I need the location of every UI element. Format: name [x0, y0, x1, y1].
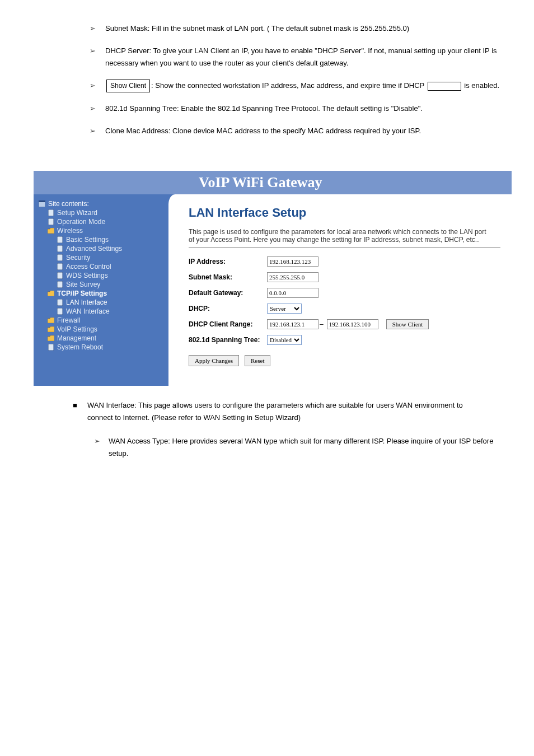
- sidebar-item-label: Basic Settings: [66, 236, 109, 244]
- svg-rect-12: [48, 344, 54, 351]
- folder-icon: [47, 325, 55, 333]
- wan-bullet: ■ WAN Interface: This page allows users …: [73, 399, 512, 424]
- gw-label: Default Gateway:: [189, 289, 267, 297]
- folder-open-icon: [47, 290, 55, 297]
- wan-type-bullet: ➢ WAN Access Type: Here provides several…: [94, 435, 512, 460]
- sidebar-item-label: System Reboot: [57, 343, 103, 351]
- bullet-text: DHCP Server: To give your LAN Client an …: [105, 45, 512, 69]
- page-icon: [56, 245, 64, 253]
- sidebar-item-voip-settings[interactable]: VoIP Settings: [37, 325, 162, 333]
- sidebar-item-label: Access Control: [66, 263, 111, 270]
- bullet-item: ➢ Show Client: Show the connected workst…: [90, 80, 512, 92]
- config-form: IP Address: Subnet Mask: Default Gateway…: [189, 256, 500, 345]
- dhcp-select[interactable]: Server: [267, 304, 302, 314]
- sidebar-item-wireless[interactable]: Wireless: [37, 227, 162, 235]
- page-icon: [56, 254, 64, 262]
- stp-label: 802.1d Spanning Tree:: [189, 336, 267, 344]
- sidebar-item-label: Management: [57, 334, 96, 342]
- content-panel: LAN Interface Setup This page is used to…: [165, 194, 512, 386]
- bullet-item: ➢ 802.1d Spanning Tree: Enable the 802.1…: [90, 102, 512, 115]
- sidebar-item-label: Operation Mode: [57, 218, 105, 226]
- chevron-right-icon: ➢: [90, 45, 105, 69]
- sidebar-item-label: Firewall: [57, 316, 80, 324]
- range-from-input[interactable]: [267, 319, 318, 329]
- sidebar-item-management[interactable]: Management: [37, 334, 162, 342]
- wan-type-text: WAN Access Type: Here provides several W…: [109, 435, 500, 460]
- gw-input[interactable]: [267, 288, 318, 298]
- show-client-button[interactable]: Show Client: [386, 319, 429, 329]
- svg-rect-7: [57, 263, 63, 270]
- ip-input[interactable]: [267, 256, 318, 267]
- sidebar-item-firewall[interactable]: Firewall: [37, 316, 162, 324]
- page-icon: [56, 307, 64, 315]
- sidebar-item-operation-mode[interactable]: Operation Mode: [37, 218, 162, 226]
- sidebar: Site contents: Setup Wizard Operation Mo…: [34, 194, 165, 386]
- sidebar-item-access-control[interactable]: Access Control: [37, 263, 162, 270]
- svg-rect-11: [57, 308, 63, 315]
- chevron-right-icon: ➢: [90, 125, 105, 137]
- bullet-text: Show Client: Show the connected workstat…: [105, 80, 512, 92]
- stp-select[interactable]: Disabled: [267, 335, 302, 345]
- divider: [189, 247, 500, 248]
- folder-icon: [47, 227, 55, 235]
- sidebar-item-label: Wireless: [57, 227, 83, 235]
- mask-input[interactable]: [267, 272, 318, 282]
- sidebar-item-label: WAN Interface: [66, 307, 110, 315]
- sidebar-item-basic-settings[interactable]: Basic Settings: [37, 236, 162, 244]
- action-row: Apply Changes Reset: [189, 355, 500, 366]
- sidebar-item-label: Setup Wizard: [57, 209, 97, 217]
- sidebar-item-tcpip-settings[interactable]: TCP/IP Settings: [37, 290, 162, 297]
- sidebar-item-wds-settings[interactable]: WDS Settings: [37, 272, 162, 279]
- page-icon: [56, 236, 64, 244]
- svg-rect-4: [57, 236, 63, 243]
- chevron-right-icon: ➢: [94, 435, 109, 460]
- dhcp-label: DHCP:: [189, 305, 267, 312]
- ip-label: IP Address:: [189, 258, 267, 265]
- page-title: LAN Interface Setup: [189, 206, 500, 220]
- sidebar-item-security[interactable]: Security: [37, 254, 162, 262]
- sidebar-item-system-reboot[interactable]: System Reboot: [37, 343, 162, 351]
- range-to-input[interactable]: [327, 319, 378, 329]
- sidebar-item-wan-interface[interactable]: WAN Interface: [37, 307, 162, 315]
- bullet-item: ➢ Subnet Mask: Fill in the subnet mask o…: [90, 22, 512, 35]
- range-label: DHCP Client Range:: [189, 320, 267, 328]
- sidebar-item-label: Advanced Settings: [66, 245, 122, 253]
- sidebar-item-lan-interface[interactable]: LAN Interface: [37, 298, 162, 306]
- sidebar-root-label: Site contents:: [48, 200, 89, 208]
- chevron-right-icon: ➢: [90, 22, 105, 35]
- sidebar-item-label: Security: [66, 254, 90, 262]
- sidebar-item-label: LAN Interface: [66, 298, 107, 306]
- page-icon: [56, 272, 64, 279]
- reset-button[interactable]: Reset: [245, 355, 270, 366]
- page-icon: [56, 298, 64, 306]
- sidebar-item-label: VoIP Settings: [57, 325, 97, 333]
- page-icon: [56, 263, 64, 270]
- chevron-right-icon: ➢: [90, 102, 105, 115]
- sidebar-item-site-survey[interactable]: Site Survey: [37, 281, 162, 288]
- bullet-text: 802.1d Spanning Tree: Enable the 802.1d …: [105, 102, 512, 115]
- page-icon: [47, 218, 55, 226]
- lower-text: ■ WAN Interface: This page allows users …: [73, 399, 512, 460]
- sidebar-item-label: Site Survey: [66, 281, 100, 288]
- client-blank-box: [428, 82, 461, 91]
- folder-icon: [47, 334, 55, 342]
- svg-rect-8: [57, 272, 63, 279]
- page-icon: [56, 281, 64, 288]
- svg-rect-10: [57, 299, 63, 306]
- page-banner: VoIP WiFi Gateway: [34, 171, 512, 194]
- bullet-item: ➢ Clone Mac Address: Clone device MAC ad…: [90, 125, 512, 137]
- sidebar-root: Site contents:: [37, 200, 162, 208]
- app-frame: Site contents: Setup Wizard Operation Mo…: [34, 194, 512, 386]
- apply-button[interactable]: Apply Changes: [189, 355, 239, 366]
- wan-text: WAN Interface: This page allows users to…: [87, 399, 479, 424]
- svg-rect-3: [48, 218, 54, 225]
- chevron-right-icon: ➢: [90, 80, 105, 92]
- sidebar-item-setup-wizard[interactable]: Setup Wizard: [37, 209, 162, 217]
- svg-rect-6: [57, 254, 63, 261]
- sidebar-item-advanced-settings[interactable]: Advanced Settings: [37, 245, 162, 253]
- sidebar-item-label: TCP/IP Settings: [57, 290, 107, 297]
- svg-rect-5: [57, 245, 63, 252]
- sidebar-item-label: WDS Settings: [66, 272, 108, 279]
- page-icon: [47, 343, 55, 351]
- page-icon: [47, 209, 55, 217]
